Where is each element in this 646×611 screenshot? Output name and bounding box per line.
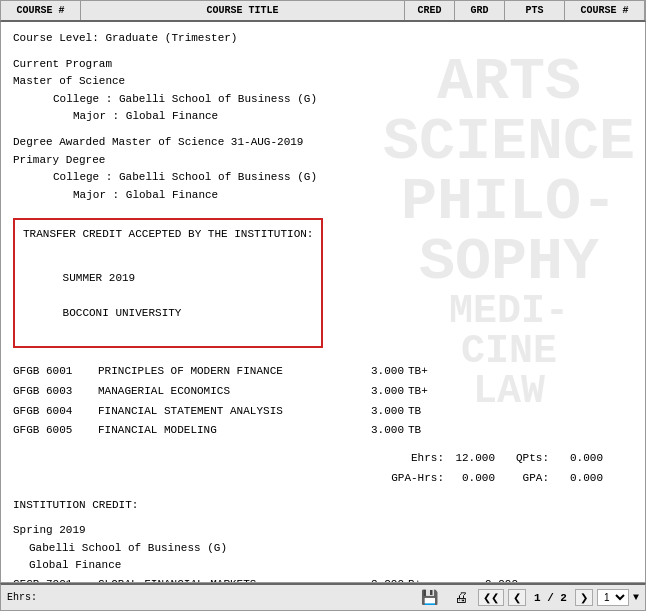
transfer-ehrs-val: 12.000	[448, 449, 503, 469]
next-page-button[interactable]: ❯	[575, 589, 593, 606]
transfer-gpa-label: GPA:	[503, 469, 553, 489]
transfer-gpa-row: GPA-Hrs: 0.000 GPA: 0.000	[13, 469, 633, 489]
course-level: Course Level: Graduate (Trimester)	[13, 30, 633, 48]
transfer-qpts-val: 0.000	[553, 449, 603, 469]
course-pts	[458, 421, 518, 441]
footer-icons[interactable]: 💾 🖨	[417, 588, 472, 607]
course-title: FINANCIAL MODELING	[98, 421, 358, 441]
spring-term: Spring 2019	[13, 522, 633, 540]
first-page-button[interactable]: ❮❮	[478, 589, 504, 606]
course-title: FINANCIAL STATEMENT ANALYSIS	[98, 402, 358, 422]
course-title: GLOBAL FINANCIAL MARKETS	[98, 575, 358, 583]
course-grd: B+	[408, 575, 458, 583]
transfer-qpts-label: QPts:	[503, 449, 553, 469]
watermark: ARTS SCIENCE PHILO- SOPHY MEDI- CINE LAW	[383, 52, 635, 412]
course-number: GFGB 6001	[13, 362, 98, 382]
dropdown-icon: ▼	[633, 592, 639, 603]
table-row: GFGB 7001GLOBAL FINANCIAL MARKETS3.000B+…	[13, 575, 633, 583]
spring-school: Gabelli School of Business (G)	[13, 540, 633, 558]
course-number: GFGB 6004	[13, 402, 98, 422]
header-course-num-2: COURSE #	[565, 1, 645, 20]
footer-navigation[interactable]: ❮❮ ❮ 1 / 2 ❯ 1 2 ▼	[478, 589, 639, 606]
table-row: GFGB 6005FINANCIAL MODELING3.000TB	[13, 421, 633, 441]
course-grd: TB	[408, 421, 458, 441]
course-cred: 3.000	[358, 575, 408, 583]
transfer-summary: Ehrs: 12.000 QPts: 0.000	[13, 449, 633, 469]
transfer-header: TRANSFER CREDIT ACCEPTED BY THE INSTITUT…	[23, 226, 313, 244]
print-icon[interactable]: 🖨	[450, 589, 472, 607]
prev-page-button[interactable]: ❮	[508, 589, 526, 606]
transfer-ehrs-label: Ehrs:	[388, 449, 448, 469]
transfer-institution: BOCCONI UNIVERSITY	[63, 307, 182, 319]
course-number: GFGB 7001	[13, 575, 98, 583]
save-icon[interactable]: 💾	[417, 588, 442, 607]
institution-label: INSTITUTION CREDIT:	[13, 497, 633, 515]
footer-ehrs-label: Ehrs:	[7, 592, 37, 603]
footer-bar: Ehrs: 💾 🖨 ❮❮ ❮ 1 / 2 ❯ 1 2 ▼	[0, 583, 646, 611]
page-info: 1 / 2	[534, 592, 567, 604]
course-pts: 9.990	[458, 575, 518, 583]
table-header: COURSE # COURSE TITLE CRED GRD PTS COURS…	[0, 0, 646, 22]
spring-major: Global Finance	[13, 557, 633, 575]
transfer-term-institution: SUMMER 2019 BOCCONI UNIVERSITY	[23, 252, 313, 340]
footer-left: Ehrs:	[7, 592, 411, 603]
transfer-gpa-val: 0.000	[553, 469, 603, 489]
header-pts: PTS	[505, 1, 565, 20]
transfer-term: SUMMER 2019	[63, 272, 136, 284]
header-course-title: COURSE TITLE	[81, 1, 405, 20]
transfer-credit-box: TRANSFER CREDIT ACCEPTED BY THE INSTITUT…	[13, 218, 323, 348]
header-grd: GRD	[455, 1, 505, 20]
institution-courses-list: GFGB 7001GLOBAL FINANCIAL MARKETS3.000B+…	[13, 575, 633, 583]
course-title: PRINCIPLES OF MODERN FINANCE	[98, 362, 358, 382]
course-number: GFGB 6003	[13, 382, 98, 402]
main-content: ARTS SCIENCE PHILO- SOPHY MEDI- CINE LAW…	[0, 22, 646, 583]
page-select[interactable]: 1 2	[597, 589, 629, 606]
header-cred: CRED	[405, 1, 455, 20]
header-course-num: COURSE #	[1, 1, 81, 20]
transfer-gpahrs-label: GPA-Hrs:	[388, 469, 448, 489]
transfer-gpahrs-val: 0.000	[448, 469, 503, 489]
course-cred: 3.000	[358, 421, 408, 441]
course-title: MANAGERIAL ECONOMICS	[98, 382, 358, 402]
course-number: GFGB 6005	[13, 421, 98, 441]
